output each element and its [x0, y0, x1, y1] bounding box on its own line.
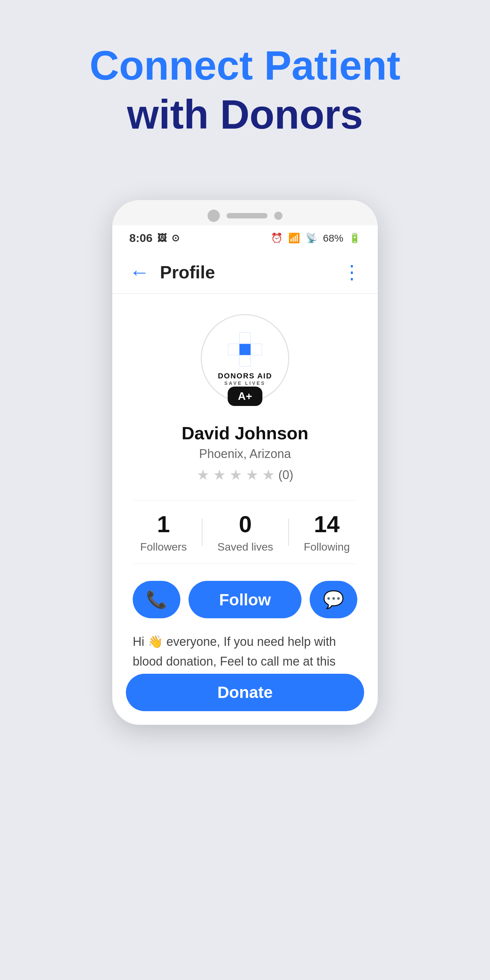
following-stat: 14 Following: [304, 511, 350, 553]
message-icon: 💬: [323, 590, 344, 609]
donate-button[interactable]: Donate: [126, 674, 364, 711]
saved-lives-stat: 0 Saved lives: [218, 511, 273, 553]
star-2: ★: [213, 466, 226, 483]
more-options-button[interactable]: ⋮: [342, 261, 361, 283]
svg-rect-5: [240, 355, 251, 366]
followers-count: 1: [157, 511, 170, 537]
bottom-donate-area: Donate: [112, 674, 378, 725]
message-button[interactable]: 💬: [310, 581, 357, 618]
blood-type-badge: A+: [228, 387, 262, 406]
phone-camera: [208, 210, 220, 222]
call-button[interactable]: 📞: [133, 581, 180, 618]
title-line2: with Donors: [89, 90, 400, 139]
time-display: 8:06: [129, 231, 153, 245]
star-rating: ★ ★ ★ ★ ★ (0): [197, 466, 293, 483]
user-name: David Johnson: [182, 423, 309, 443]
status-right-icons: ⏰ 📶 📡 68% 🔋: [271, 232, 361, 244]
signal-icon: 📡: [305, 232, 318, 243]
saved-lives-count: 0: [239, 511, 252, 537]
page-title-block: Connect Patient with Donors: [89, 41, 400, 139]
star-4: ★: [246, 466, 259, 483]
saved-lives-label: Saved lives: [218, 541, 273, 553]
followers-label: Followers: [140, 541, 187, 553]
cross-icon: [226, 331, 264, 368]
svg-rect-3: [228, 344, 240, 355]
avatar-logo: DONORS AID SAVE LIVES: [211, 324, 279, 393]
wifi-icon: 📶: [288, 232, 300, 243]
follow-button[interactable]: Follow: [189, 581, 301, 618]
status-time: 8:06 🖼 ⊙: [129, 231, 179, 245]
gallery-icon: 🖼: [157, 232, 167, 243]
followers-stat: 1 Followers: [140, 511, 187, 553]
profile-content: DONORS AID SAVE LIVES A+ David Johnson P…: [112, 294, 378, 705]
avatar-container: DONORS AID SAVE LIVES A+: [201, 314, 289, 402]
logo-tagline: SAVE LIVES: [224, 380, 266, 386]
svg-rect-4: [251, 344, 262, 355]
phone-mockup: 8:06 🖼 ⊙ ⏰ 📶 📡 68% 🔋 ← Profile ⋮: [112, 200, 378, 725]
phone-top-hardware: [112, 200, 378, 225]
stats-row: 1 Followers 0 Saved lives 14 Following: [133, 500, 357, 564]
app-bar: ← Profile ⋮: [112, 251, 378, 294]
battery-icon: 🔋: [349, 232, 361, 243]
following-label: Following: [304, 541, 350, 553]
title-line1: Connect Patient: [89, 41, 400, 90]
screen-title: Profile: [160, 262, 342, 282]
phone-dot: [274, 212, 282, 220]
alarm-icon: ⏰: [271, 232, 283, 243]
stat-divider-2: [288, 519, 289, 546]
battery-text: 68%: [323, 232, 343, 244]
star-5: ★: [262, 466, 275, 483]
logo-name: DONORS AID: [218, 372, 272, 380]
rating-count: (0): [278, 468, 293, 482]
star-1: ★: [197, 466, 210, 483]
following-count: 14: [314, 511, 340, 537]
back-button[interactable]: ←: [129, 260, 150, 284]
action-buttons: 📞 Follow 💬: [133, 581, 357, 618]
svg-rect-2: [240, 332, 251, 344]
stat-divider-1: [202, 519, 202, 546]
phone-speaker: [227, 213, 267, 218]
status-bar: 8:06 🖼 ⊙ ⏰ 📶 📡 68% 🔋: [112, 225, 378, 251]
call-icon: 📞: [146, 590, 167, 609]
location-icon: ⊙: [172, 232, 179, 243]
star-3: ★: [229, 466, 242, 483]
user-location: Phoenix, Arizona: [199, 447, 291, 461]
